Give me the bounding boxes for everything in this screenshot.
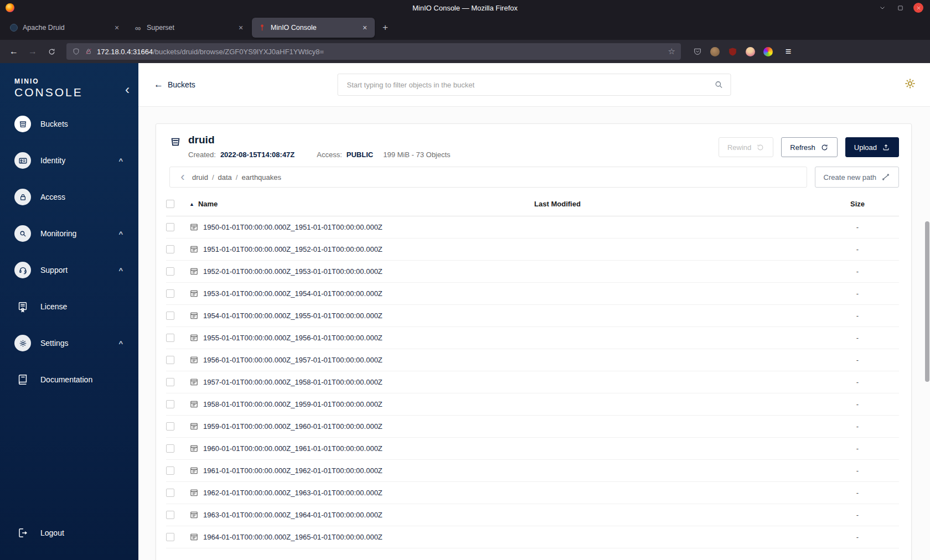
- column-header-size[interactable]: Size: [816, 200, 899, 208]
- hamburger-menu-icon[interactable]: ≡: [780, 43, 797, 60]
- sidebar-item-settings[interactable]: Settings ^: [0, 325, 138, 361]
- sidebar-collapse-icon[interactable]: ‹: [125, 83, 130, 96]
- insecure-lock-icon[interactable]: [85, 48, 92, 55]
- tab-close-icon[interactable]: ×: [235, 22, 246, 33]
- close-icon[interactable]: [913, 3, 923, 13]
- row-checkbox[interactable]: [166, 466, 174, 475]
- bucket-panel-header: druid Created: 2022-08-15T14:08:47Z Acce…: [156, 124, 911, 165]
- row-checkbox[interactable]: [166, 489, 174, 497]
- object-filter-input[interactable]: [347, 81, 714, 89]
- headset-icon: [14, 262, 31, 278]
- tracking-shield-icon[interactable]: [72, 48, 80, 56]
- row-checkbox[interactable]: [166, 511, 174, 519]
- column-header-last-modified[interactable]: Last Modified: [433, 200, 682, 208]
- minio-logo: MINIO CONSOLE: [0, 63, 138, 101]
- object-name-cell[interactable]: 1959-01-01T00:00:00.000Z_1960-01-01T00:0…: [189, 422, 433, 431]
- sidebar-item-identity[interactable]: Identity ^: [0, 142, 138, 179]
- page-scrollbar-thumb[interactable]: [925, 221, 929, 382]
- object-name-cell[interactable]: 1952-01-01T00:00:00.000Z_1953-01-01T00:0…: [189, 267, 433, 276]
- object-name-cell[interactable]: 1964-01-01T00:00:00.000Z_1965-01-01T00:0…: [189, 532, 433, 542]
- object-name-cell[interactable]: 1960-01-01T00:00:00.000Z_1961-01-01T00:0…: [189, 444, 433, 453]
- access-value: PUBLIC: [347, 151, 373, 159]
- row-checkbox[interactable]: [166, 334, 174, 342]
- maximize-icon[interactable]: [896, 3, 905, 12]
- select-all-checkbox[interactable]: [166, 200, 174, 208]
- sidebar-item-monitoring[interactable]: Monitoring ^: [0, 215, 138, 252]
- row-checkbox[interactable]: [166, 312, 174, 320]
- object-name-cell[interactable]: 1950-01-01T00:00:00.000Z_1951-01-01T00:0…: [189, 222, 433, 232]
- table-row[interactable]: 1957-01-01T00:00:00.000Z_1958-01-01T00:0…: [166, 371, 899, 393]
- table-row[interactable]: 1956-01-01T00:00:00.000Z_1957-01-01T00:0…: [166, 349, 899, 371]
- tab-minio-console[interactable]: MinIO Console ×: [252, 18, 375, 38]
- tab-apache-druid[interactable]: Apache Druid ×: [4, 18, 127, 38]
- table-row[interactable]: 1952-01-01T00:00:00.000Z_1953-01-01T00:0…: [166, 261, 899, 283]
- row-checkbox[interactable]: [166, 400, 174, 408]
- sidebar-item-buckets[interactable]: Buckets: [0, 106, 138, 142]
- prefix-folder-icon: [189, 245, 199, 254]
- table-row[interactable]: 1958-01-01T00:00:00.000Z_1959-01-01T00:0…: [166, 393, 899, 416]
- row-checkbox[interactable]: [166, 533, 174, 541]
- table-row[interactable]: 1963-01-01T00:00:00.000Z_1964-01-01T00:0…: [166, 504, 899, 526]
- object-name-cell[interactable]: 1957-01-01T00:00:00.000Z_1958-01-01T00:0…: [189, 377, 433, 387]
- table-row[interactable]: 1959-01-01T00:00:00.000Z_1960-01-01T00:0…: [166, 416, 899, 438]
- chevron-left-icon[interactable]: ‹: [173, 167, 192, 187]
- table-row[interactable]: 1955-01-01T00:00:00.000Z_1956-01-01T00:0…: [166, 327, 899, 349]
- column-header-name[interactable]: ▲ Name: [189, 200, 433, 208]
- row-checkbox[interactable]: [166, 245, 174, 253]
- profile-avatar-icon[interactable]: [745, 46, 756, 57]
- breadcrumb-item[interactable]: druid: [192, 173, 208, 182]
- object-name-cell[interactable]: 1958-01-01T00:00:00.000Z_1959-01-01T00:0…: [189, 400, 433, 409]
- reload-icon[interactable]: [43, 43, 60, 60]
- sidebar-item-support[interactable]: Support ^: [0, 252, 138, 288]
- containers-icon[interactable]: [763, 46, 773, 57]
- row-checkbox[interactable]: [166, 223, 174, 231]
- row-checkbox[interactable]: [166, 444, 174, 453]
- table-row[interactable]: 1962-01-01T00:00:00.000Z_1963-01-01T00:0…: [166, 482, 899, 504]
- row-checkbox[interactable]: [166, 356, 174, 364]
- breadcrumb-item[interactable]: earthquakes: [241, 173, 281, 182]
- tab-close-icon[interactable]: ×: [111, 22, 122, 33]
- superset-favicon: ∞: [133, 23, 142, 32]
- account-avatar-icon[interactable]: [710, 46, 720, 57]
- settings-gear-icon[interactable]: [903, 77, 917, 92]
- table-row[interactable]: 1960-01-01T00:00:00.000Z_1961-01-01T00:0…: [166, 438, 899, 460]
- sidebar-item-logout[interactable]: Logout: [0, 519, 138, 547]
- row-checkbox[interactable]: [166, 289, 174, 298]
- sidebar-item-documentation[interactable]: Documentation: [0, 361, 138, 398]
- license-certificate-icon: [14, 298, 31, 315]
- table-row[interactable]: 1964-01-01T00:00:00.000Z_1965-01-01T00:0…: [166, 526, 899, 548]
- sidebar-item-access[interactable]: Access: [0, 179, 138, 215]
- create-new-path-button[interactable]: Create new path: [815, 167, 899, 188]
- back-to-buckets-link[interactable]: ← Buckets: [154, 79, 195, 90]
- pocket-icon[interactable]: [692, 46, 702, 57]
- tab-superset[interactable]: ∞ Superset ×: [128, 18, 251, 38]
- object-name-cell[interactable]: 1955-01-01T00:00:00.000Z_1956-01-01T00:0…: [189, 333, 433, 343]
- object-size: -: [816, 533, 899, 541]
- table-row[interactable]: 1954-01-01T00:00:00.000Z_1955-01-01T00:0…: [166, 305, 899, 327]
- table-row[interactable]: 1950-01-01T00:00:00.000Z_1951-01-01T00:0…: [166, 216, 899, 238]
- object-name-cell[interactable]: 1951-01-01T00:00:00.000Z_1952-01-01T00:0…: [189, 245, 433, 254]
- object-name-cell[interactable]: 1954-01-01T00:00:00.000Z_1955-01-01T00:0…: [189, 311, 433, 320]
- sidebar-item-license[interactable]: License: [0, 288, 138, 325]
- object-name-cell[interactable]: 1963-01-01T00:00:00.000Z_1964-01-01T00:0…: [189, 510, 433, 520]
- new-tab-button[interactable]: +: [378, 20, 393, 35]
- table-row[interactable]: 1953-01-01T00:00:00.000Z_1954-01-01T00:0…: [166, 283, 899, 305]
- table-row[interactable]: 1961-01-01T00:00:00.000Z_1962-01-01T00:0…: [166, 460, 899, 482]
- bookmark-star-icon[interactable]: ☆: [668, 46, 675, 56]
- row-checkbox[interactable]: [166, 267, 174, 276]
- object-name-cell[interactable]: 1953-01-01T00:00:00.000Z_1954-01-01T00:0…: [189, 289, 433, 298]
- object-name-cell[interactable]: 1956-01-01T00:00:00.000Z_1957-01-01T00:0…: [189, 355, 433, 365]
- object-name-cell[interactable]: 1962-01-01T00:00:00.000Z_1963-01-01T00:0…: [189, 488, 433, 497]
- row-checkbox[interactable]: [166, 378, 174, 386]
- url-bar[interactable]: 172.18.0.4:31664/buckets/druid/browse/ZG…: [66, 43, 681, 60]
- object-name-cell[interactable]: 1961-01-01T00:00:00.000Z_1962-01-01T00:0…: [189, 466, 433, 475]
- table-row[interactable]: 1951-01-01T00:00:00.000Z_1952-01-01T00:0…: [166, 238, 899, 261]
- ublock-icon[interactable]: [727, 46, 738, 57]
- upload-button[interactable]: Upload: [845, 137, 899, 157]
- back-button[interactable]: ←: [6, 43, 22, 60]
- window-menu-chevron-icon[interactable]: [878, 3, 887, 12]
- tab-close-icon[interactable]: ×: [359, 22, 370, 33]
- refresh-button[interactable]: Refresh: [781, 137, 838, 157]
- breadcrumb-item[interactable]: data: [218, 173, 232, 182]
- row-checkbox[interactable]: [166, 422, 174, 431]
